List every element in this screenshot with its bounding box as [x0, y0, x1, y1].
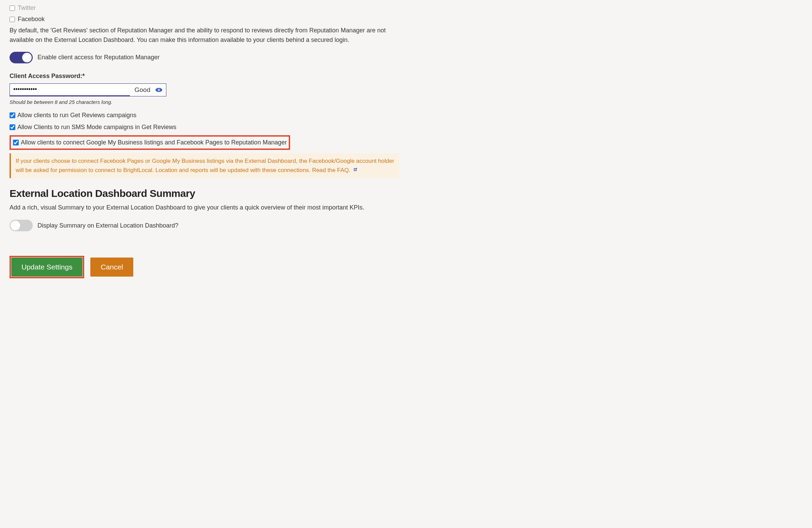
action-buttons: Update Settings Cancel — [10, 256, 400, 278]
reputation-toggle-label: Enable client access for Reputation Mana… — [38, 53, 160, 62]
reputation-description: By default, the 'Get Reviews' section of… — [10, 26, 400, 45]
summary-description: Add a rich, visual Summary to your Exter… — [10, 203, 400, 212]
update-settings-button[interactable]: Update Settings — [11, 258, 83, 276]
option-1-label: Allow clients to run Get Reviews campaig… — [17, 111, 136, 120]
password-label: Client Access Password:* — [10, 72, 400, 81]
option-2-row: Allow Clients to run SMS Mode campaigns … — [10, 123, 400, 132]
password-strength: Good — [130, 85, 154, 95]
summary-toggle[interactable] — [10, 220, 33, 231]
info-callout: If your clients choose to connect Facebo… — [10, 153, 400, 178]
option-3-checkbox[interactable] — [13, 140, 19, 146]
option-2-checkbox[interactable] — [10, 124, 15, 130]
password-hint: Should be between 8 and 25 characters lo… — [10, 99, 400, 106]
option-1-row: Allow clients to run Get Reviews campaig… — [10, 111, 400, 120]
twitter-label: Twitter — [18, 3, 36, 13]
eye-icon[interactable] — [154, 88, 166, 92]
facebook-checkbox[interactable] — [10, 17, 15, 22]
facebook-checkbox-row: Facebook — [10, 15, 400, 24]
password-input[interactable] — [10, 84, 130, 96]
summary-toggle-label: Display Summary on External Location Das… — [38, 221, 178, 230]
faq-link[interactable]: Read the FAQ. — [312, 167, 350, 174]
option-2-label: Allow Clients to run SMS Mode campaigns … — [17, 123, 176, 132]
toggle-knob — [22, 53, 32, 62]
svg-point-2 — [159, 89, 160, 90]
toggle-knob — [11, 221, 20, 230]
update-button-highlight: Update Settings — [10, 256, 84, 278]
option-1-checkbox[interactable] — [10, 112, 15, 118]
reputation-toggle-row: Enable client access for Reputation Mana… — [10, 52, 400, 63]
twitter-checkbox[interactable] — [10, 5, 15, 11]
cancel-button[interactable]: Cancel — [90, 258, 133, 276]
summary-heading: External Location Dashboard Summary — [10, 186, 400, 201]
reputation-toggle[interactable] — [10, 52, 33, 63]
summary-toggle-row: Display Summary on External Location Das… — [10, 220, 400, 231]
highlighted-option-box: Allow clients to connect Google My Busin… — [10, 135, 290, 150]
password-field-wrapper: Good — [10, 84, 166, 96]
option-3-label: Allow clients to connect Google My Busin… — [21, 138, 287, 147]
facebook-label: Facebook — [18, 15, 45, 24]
twitter-checkbox-row: Twitter — [10, 3, 400, 13]
external-link-icon — [353, 166, 358, 175]
